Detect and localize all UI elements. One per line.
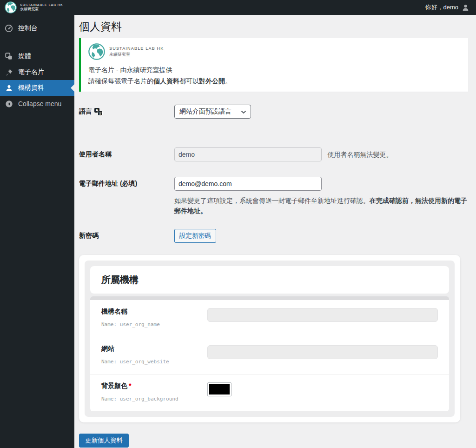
globe-logo-icon: [5, 1, 17, 13]
language-row: 語言 A文 網站介面預設語言: [79, 105, 468, 119]
language-selected-value: 網站介面預設語言: [179, 107, 231, 116]
main-content: 個人資料 SUSTAINABLE LAB HK 永續研究室 電子名片 - 由永續…: [74, 15, 476, 448]
org-background-field-name: Name: user_org_background: [101, 396, 207, 402]
sidebar-item-business-card[interactable]: 電子名片: [0, 64, 74, 80]
sidebar-collapse-menu[interactable]: Collapse menu: [0, 96, 74, 112]
sidebar-separator: [0, 36, 74, 48]
username-label: 使用者名稱: [79, 147, 174, 159]
admin-bar: SUSTAINABLE LAB HK 永續研究室 你好，demo: [0, 0, 476, 15]
sidebar-item-label: 電子名片: [18, 68, 44, 76]
org-website-input: [207, 345, 438, 359]
organization-title: 所屬機構: [101, 274, 139, 285]
sidebar-item-label: Collapse menu: [18, 100, 61, 107]
sidebar-item-label: 機構資料: [18, 84, 44, 92]
brand-line1: SUSTAINABLE LAB HK: [20, 3, 63, 7]
org-website-field-name: Name: user_org_website: [101, 359, 207, 365]
org-background-label: 背景顏色*: [101, 382, 207, 390]
organization-header: 所屬機構: [90, 266, 449, 294]
media-icon: [4, 52, 13, 60]
notice-line2: 請確保每張電子名片的個人資料都可以對外公開。: [88, 76, 461, 86]
org-row-website: 網站 Name: user_org_website: [90, 337, 449, 374]
language-label: 語言 A文: [79, 105, 174, 116]
collapse-icon: [4, 100, 13, 108]
site-brand[interactable]: SUSTAINABLE LAB HK 永續研究室: [5, 1, 63, 13]
plugin-notice: SUSTAINABLE LAB HK 永續研究室 電子名片 - 由永續研究室提供…: [79, 38, 468, 92]
globe-logo-icon: [88, 43, 105, 60]
translation-icon: A文: [94, 108, 103, 116]
sidebar-item-media[interactable]: 媒體: [0, 48, 74, 64]
email-row: 電子郵件地址 (必填) 如果變更了這項設定，系統會傳送一封電子郵件至新地址進行確…: [79, 177, 468, 216]
username-description: 使用者名稱無法變更。: [327, 147, 392, 161]
update-profile-button[interactable]: 更新個人資料: [79, 434, 129, 448]
sidebar-item-dashboard[interactable]: 控制台: [0, 20, 74, 36]
user-avatar-icon: [462, 4, 469, 12]
new-password-label: 新密碼: [79, 229, 174, 240]
greeting-text: 你好，demo: [425, 3, 458, 12]
page-title: 個人資料: [79, 17, 468, 34]
language-select[interactable]: 網站介面預設語言: [174, 105, 251, 119]
dashboard-icon: [4, 24, 13, 33]
set-new-password-button[interactable]: 設定新密碼: [174, 229, 216, 243]
sidebar-item-label: 媒體: [18, 52, 31, 60]
notice-line1: 電子名片 - 由永續研究室提供: [88, 65, 461, 74]
notice-brand-line2: 永續研究室: [109, 52, 164, 57]
account-menu[interactable]: 你好，demo: [425, 3, 469, 12]
user-icon: [4, 84, 13, 92]
org-website-label: 網站: [101, 345, 207, 353]
org-row-background-color: 背景顏色* Name: user_org_background: [90, 374, 449, 411]
email-input[interactable]: [174, 177, 322, 191]
sidebar-item-organization[interactable]: 機構資料: [0, 80, 74, 96]
admin-sidebar: 控制台 媒體 電子名片 機構資料: [0, 15, 74, 448]
org-row-name: 機構名稱 Name: user_org_name: [90, 300, 449, 337]
background-color-picker[interactable]: [207, 382, 231, 396]
org-name-input: [207, 308, 438, 322]
required-mark: *: [129, 382, 131, 389]
org-name-field-name: Name: user_org_name: [101, 321, 207, 328]
brand-line2: 永續研究室: [20, 7, 63, 12]
chevron-down-icon: [241, 108, 246, 115]
organization-divider: [90, 296, 449, 300]
sidebar-item-label: 控制台: [18, 24, 38, 33]
new-password-row: 新密碼 設定新密碼: [79, 229, 468, 243]
email-description: 如果變更了這項設定，系統會傳送一封電子郵件至新地址進行確認。在完成確認前，無法使…: [174, 195, 468, 216]
username-input: [174, 147, 322, 161]
color-swatch-fill: [209, 384, 230, 395]
pushpin-icon: [4, 68, 13, 76]
organization-card: 所屬機構 機構名稱 Name: user_org_name 網站 Nam: [79, 255, 460, 422]
username-row: 使用者名稱 使用者名稱無法變更。: [79, 147, 468, 161]
notice-brand-line1: SUSTAINABLE LAB HK: [109, 46, 164, 51]
org-name-label: 機構名稱: [101, 308, 207, 316]
email-label: 電子郵件地址 (必填): [79, 177, 174, 188]
